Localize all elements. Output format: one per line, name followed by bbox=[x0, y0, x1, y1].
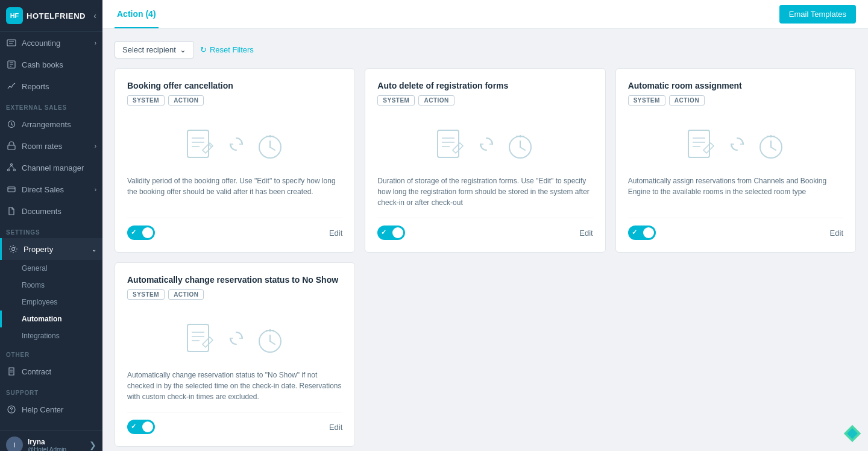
clock-icon4 bbox=[255, 323, 285, 356]
sidebar-item-label: Documents bbox=[22, 207, 61, 216]
sidebar-subitem-automation[interactable]: Automation bbox=[0, 311, 102, 327]
refresh-icon bbox=[227, 135, 245, 156]
select-recipient-dropdown[interactable]: Select recipient ⌄ bbox=[115, 41, 194, 58]
tag-system: SYSTEM bbox=[127, 289, 165, 300]
document-edit-icon4 bbox=[184, 321, 218, 358]
svg-line-14 bbox=[8, 166, 11, 169]
tag-system: SYSTEM bbox=[628, 95, 665, 106]
other-section: OTHER bbox=[0, 344, 102, 361]
arrangements-icon bbox=[6, 119, 17, 130]
help-center-icon bbox=[6, 404, 17, 415]
card-tags: SYSTEM ACTION bbox=[377, 95, 593, 106]
sidebar-item-label: Room rates bbox=[22, 142, 62, 151]
sidebar-item-label: Cash books bbox=[22, 60, 63, 69]
toggle-booking-offer[interactable]: ✓ bbox=[127, 226, 155, 240]
check-icon: ✓ bbox=[632, 229, 637, 236]
sidebar-subitem-employees[interactable]: Employees bbox=[0, 294, 102, 311]
edit-link[interactable]: Edit bbox=[830, 229, 843, 238]
sidebar-subitem-general[interactable]: General bbox=[0, 260, 102, 277]
main-area: Action (4) Email Templates Select recipi… bbox=[102, 0, 868, 451]
edit-link[interactable]: Edit bbox=[329, 423, 342, 432]
card-auto-delete-registration: Auto delete of registration forms SYSTEM… bbox=[365, 68, 605, 253]
sidebar-item-direct-sales[interactable]: Direct Sales › bbox=[0, 178, 102, 200]
card-footer: ✓ Edit bbox=[377, 218, 593, 240]
header: Action (4) Email Templates bbox=[102, 0, 868, 29]
refresh-icon: ↻ bbox=[200, 45, 207, 54]
user-name: Iryna bbox=[28, 438, 66, 446]
automation-label: Automation bbox=[22, 315, 62, 323]
svg-point-12 bbox=[8, 169, 10, 171]
card-description: Automatically change reservation status … bbox=[127, 370, 342, 402]
svg-line-48 bbox=[771, 147, 776, 150]
integrations-label: Integrations bbox=[22, 332, 60, 340]
sidebar-item-reports[interactable]: Reports bbox=[0, 75, 102, 97]
logout-icon[interactable]: ❯ bbox=[89, 440, 96, 450]
svg-line-30 bbox=[270, 147, 275, 150]
empty-cell-1 bbox=[365, 262, 605, 447]
edit-link[interactable]: Edit bbox=[579, 229, 593, 238]
refresh-icon2 bbox=[477, 135, 495, 156]
card-tags: SYSTEM ACTION bbox=[628, 95, 843, 106]
user-info: Iryna @Hotel Admin bbox=[28, 438, 66, 452]
toggle-auto-delete[interactable]: ✓ bbox=[377, 226, 405, 240]
card-description: Duration of storage of the registration … bbox=[377, 175, 593, 208]
card-booking-offer-cancellation: Booking offer cancellation SYSTEM ACTION bbox=[115, 68, 355, 253]
reset-filters-label: Reset Filters bbox=[210, 45, 254, 54]
app-logo[interactable]: HF HOTELFRIEND ‹ bbox=[0, 0, 102, 32]
toggle-no-show[interactable]: ✓ bbox=[127, 420, 155, 434]
card-icon-area bbox=[628, 115, 843, 175]
check-icon: ✓ bbox=[131, 229, 136, 236]
clock-icon3 bbox=[756, 129, 786, 162]
tab-action[interactable]: Action (4) bbox=[115, 0, 159, 28]
sidebar-item-room-rates[interactable]: Room rates › bbox=[0, 135, 102, 157]
support-section: SUPPORT bbox=[0, 382, 102, 399]
cards-grid: Booking offer cancellation SYSTEM ACTION bbox=[115, 68, 856, 253]
sidebar-item-label: Channel manager bbox=[22, 163, 84, 172]
sidebar-item-help-center[interactable]: Help Center bbox=[0, 399, 102, 420]
card-automatic-room-assignment: Automatic room assignment SYSTEM ACTION bbox=[615, 68, 856, 253]
settings-section: SETTINGS bbox=[0, 222, 102, 238]
svg-rect-10 bbox=[8, 145, 15, 150]
card-title: Booking offer cancellation bbox=[127, 81, 342, 90]
sidebar-item-property[interactable]: Property ⌄ bbox=[0, 238, 102, 260]
sidebar-item-channel-manager[interactable]: Channel manager bbox=[0, 157, 102, 178]
sidebar-item-accounting[interactable]: Accounting › bbox=[0, 32, 102, 54]
property-icon bbox=[8, 244, 19, 254]
channel-manager-icon bbox=[6, 162, 17, 173]
svg-line-15 bbox=[11, 166, 14, 169]
card-footer: ✓ Edit bbox=[628, 218, 843, 240]
clock-icon bbox=[255, 129, 285, 162]
toggle-room-assignment[interactable]: ✓ bbox=[628, 226, 656, 240]
sidebar-item-arrangements[interactable]: Arrangements bbox=[0, 113, 102, 135]
logo-text: HOTELFRIEND bbox=[27, 11, 86, 20]
sidebar-collapse-icon[interactable]: ‹ bbox=[93, 11, 96, 20]
logo-icon: HF bbox=[6, 7, 23, 24]
sidebar-item-label: Contract bbox=[22, 367, 51, 376]
user-role: @Hotel Admin bbox=[28, 446, 66, 452]
svg-point-18 bbox=[12, 248, 15, 251]
reset-filters-button[interactable]: ↻ Reset Filters bbox=[200, 45, 254, 54]
sidebar-subitem-rooms[interactable]: Rooms bbox=[0, 277, 102, 294]
sidebar-item-cash-books[interactable]: Cash books bbox=[0, 54, 102, 75]
email-templates-button[interactable]: Email Templates bbox=[779, 5, 856, 24]
card-title: Auto delete of registration forms bbox=[377, 81, 593, 90]
card-no-show: Automatically change reservation status … bbox=[115, 262, 355, 447]
bottom-logo bbox=[843, 424, 862, 445]
tag-action: ACTION bbox=[168, 289, 204, 300]
clock-icon2 bbox=[505, 129, 535, 162]
room-rates-icon bbox=[6, 140, 17, 151]
document-edit-icon3 bbox=[685, 127, 719, 163]
edit-link[interactable]: Edit bbox=[329, 229, 342, 238]
svg-point-13 bbox=[14, 169, 16, 171]
reports-icon bbox=[6, 81, 17, 92]
card-icon-area bbox=[127, 115, 342, 175]
chevron-right-icon: › bbox=[95, 143, 96, 150]
sidebar-item-documents[interactable]: Documents bbox=[0, 200, 102, 222]
sidebar-item-label: Direct Sales bbox=[22, 185, 64, 194]
card-tags: SYSTEM ACTION bbox=[127, 289, 342, 300]
chevron-down-icon: ⌄ bbox=[180, 45, 186, 54]
sidebar-item-contract[interactable]: Contract bbox=[0, 361, 102, 382]
sidebar-subitem-integrations[interactable]: Integrations bbox=[0, 327, 102, 344]
card-tags: SYSTEM ACTION bbox=[127, 95, 342, 106]
card-title: Automatically change reservation status … bbox=[127, 275, 342, 285]
